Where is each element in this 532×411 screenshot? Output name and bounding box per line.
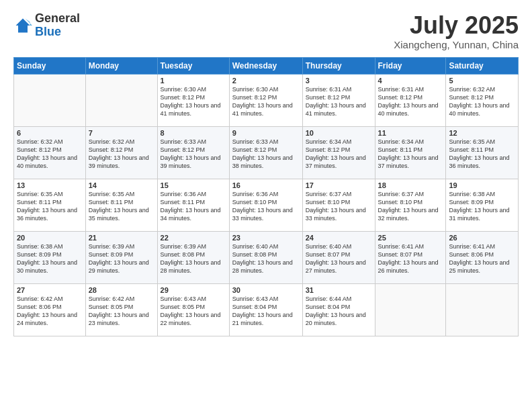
day-info: Sunrise: 6:40 AMSunset: 8:08 PMDaylight:… [232,242,300,275]
location: Xiangcheng, Yunnan, China [394,39,519,50]
calendar-cell: 29Sunrise: 6:43 AMSunset: 8:05 PMDayligh… [157,283,229,336]
day-number: 28 [89,286,154,294]
day-info: Sunrise: 6:30 AMSunset: 8:12 PMDaylight:… [232,85,300,118]
day-info: Sunrise: 6:38 AMSunset: 8:09 PMDaylight:… [17,242,83,275]
calendar-cell: 9Sunrise: 6:33 AMSunset: 8:12 PMDaylight… [229,126,302,179]
calendar-cell: 7Sunrise: 6:32 AMSunset: 8:12 PMDaylight… [85,126,157,179]
day-number: 12 [449,129,515,137]
logo-icon [13,16,32,35]
month-title: July 2025 [394,12,519,39]
day-info: Sunrise: 6:36 AMSunset: 8:10 PMDaylight:… [232,190,300,223]
day-header-sunday: Sunday [14,57,86,74]
day-header-thursday: Thursday [302,57,375,74]
calendar-cell: 6Sunrise: 6:32 AMSunset: 8:12 PMDaylight… [14,126,86,179]
calendar-cell: 22Sunrise: 6:39 AMSunset: 8:08 PMDayligh… [157,231,229,283]
day-number: 30 [232,286,300,294]
day-info: Sunrise: 6:31 AMSunset: 8:12 PMDaylight:… [306,85,372,118]
day-info: Sunrise: 6:41 AMSunset: 8:07 PMDaylight:… [378,242,443,275]
calendar-cell: 15Sunrise: 6:36 AMSunset: 8:11 PMDayligh… [157,179,229,231]
calendar-week-4: 20Sunrise: 6:38 AMSunset: 8:09 PMDayligh… [14,231,519,283]
day-info: Sunrise: 6:30 AMSunset: 8:12 PMDaylight:… [161,85,226,118]
day-number: 20 [17,234,83,242]
day-info: Sunrise: 6:33 AMSunset: 8:12 PMDaylight:… [232,138,300,171]
calendar-cell: 5Sunrise: 6:32 AMSunset: 8:12 PMDaylight… [446,74,519,126]
day-info: Sunrise: 6:43 AMSunset: 8:05 PMDaylight:… [161,295,226,328]
day-header-monday: Monday [85,57,157,74]
calendar-table: SundayMondayTuesdayWednesdayThursdayFrid… [13,57,519,336]
day-info: Sunrise: 6:41 AMSunset: 8:06 PMDaylight:… [449,242,515,275]
day-info: Sunrise: 6:42 AMSunset: 8:05 PMDaylight:… [89,295,154,328]
day-header-friday: Friday [375,57,446,74]
logo-blue-text: Blue [35,25,61,38]
calendar-cell: 25Sunrise: 6:41 AMSunset: 8:07 PMDayligh… [375,231,446,283]
day-number: 23 [232,234,300,242]
day-info: Sunrise: 6:35 AMSunset: 8:11 PMDaylight:… [449,138,515,171]
calendar-cell [85,74,157,126]
day-info: Sunrise: 6:32 AMSunset: 8:12 PMDaylight:… [449,85,515,118]
day-info: Sunrise: 6:39 AMSunset: 8:08 PMDaylight:… [161,242,226,275]
day-info: Sunrise: 6:32 AMSunset: 8:12 PMDaylight:… [89,138,154,171]
day-info: Sunrise: 6:42 AMSunset: 8:06 PMDaylight:… [17,295,83,328]
calendar-cell: 20Sunrise: 6:38 AMSunset: 8:09 PMDayligh… [14,231,86,283]
day-info: Sunrise: 6:37 AMSunset: 8:10 PMDaylight:… [378,190,443,223]
calendar-cell: 26Sunrise: 6:41 AMSunset: 8:06 PMDayligh… [446,231,519,283]
title-block: July 2025 Xiangcheng, Yunnan, China [394,12,519,50]
day-number: 19 [449,181,515,189]
day-number: 16 [232,181,300,189]
day-number: 9 [232,129,300,137]
day-info: Sunrise: 6:37 AMSunset: 8:10 PMDaylight:… [306,190,372,223]
day-info: Sunrise: 6:39 AMSunset: 8:09 PMDaylight:… [89,242,154,275]
day-info: Sunrise: 6:40 AMSunset: 8:07 PMDaylight:… [306,242,372,275]
day-number: 31 [306,286,372,294]
day-number: 26 [449,234,515,242]
day-number: 2 [232,77,300,85]
calendar-cell: 23Sunrise: 6:40 AMSunset: 8:08 PMDayligh… [229,231,302,283]
day-number: 11 [378,129,443,137]
day-info: Sunrise: 6:36 AMSunset: 8:11 PMDaylight:… [161,190,226,223]
day-number: 7 [89,129,154,137]
calendar-cell: 12Sunrise: 6:35 AMSunset: 8:11 PMDayligh… [446,126,519,179]
day-number: 15 [161,181,226,189]
day-number: 1 [161,77,226,85]
day-number: 29 [161,286,226,294]
calendar-cell: 30Sunrise: 6:43 AMSunset: 8:04 PMDayligh… [229,283,302,336]
calendar-cell: 10Sunrise: 6:34 AMSunset: 8:12 PMDayligh… [302,126,375,179]
calendar-week-1: 1Sunrise: 6:30 AMSunset: 8:12 PMDaylight… [14,74,519,126]
day-info: Sunrise: 6:32 AMSunset: 8:12 PMDaylight:… [17,138,83,171]
day-number: 3 [306,77,372,85]
day-header-tuesday: Tuesday [157,57,229,74]
calendar-header-row: SundayMondayTuesdayWednesdayThursdayFrid… [14,57,519,74]
calendar-cell: 4Sunrise: 6:31 AMSunset: 8:12 PMDaylight… [375,74,446,126]
calendar-cell: 1Sunrise: 6:30 AMSunset: 8:12 PMDaylight… [157,74,229,126]
day-info: Sunrise: 6:35 AMSunset: 8:11 PMDaylight:… [89,190,154,223]
calendar-cell: 27Sunrise: 6:42 AMSunset: 8:06 PMDayligh… [14,283,86,336]
calendar-cell: 16Sunrise: 6:36 AMSunset: 8:10 PMDayligh… [229,179,302,231]
calendar-cell: 11Sunrise: 6:34 AMSunset: 8:11 PMDayligh… [375,126,446,179]
calendar-cell: 13Sunrise: 6:35 AMSunset: 8:11 PMDayligh… [14,179,86,231]
calendar-cell [375,283,446,336]
day-info: Sunrise: 6:35 AMSunset: 8:11 PMDaylight:… [17,190,83,223]
calendar-week-3: 13Sunrise: 6:35 AMSunset: 8:11 PMDayligh… [14,179,519,231]
calendar-week-2: 6Sunrise: 6:32 AMSunset: 8:12 PMDaylight… [14,126,519,179]
day-header-saturday: Saturday [446,57,519,74]
day-number: 18 [378,181,443,189]
day-number: 6 [17,129,83,137]
calendar-cell: 2Sunrise: 6:30 AMSunset: 8:12 PMDaylight… [229,74,302,126]
header: General Blue July 2025 Xiangcheng, Yunna… [13,12,519,50]
calendar-cell: 18Sunrise: 6:37 AMSunset: 8:10 PMDayligh… [375,179,446,231]
calendar-cell: 31Sunrise: 6:44 AMSunset: 8:04 PMDayligh… [302,283,375,336]
day-number: 21 [89,234,154,242]
day-number: 10 [306,129,372,137]
day-info: Sunrise: 6:34 AMSunset: 8:11 PMDaylight:… [378,138,443,171]
day-number: 4 [378,77,443,85]
calendar-cell: 3Sunrise: 6:31 AMSunset: 8:12 PMDaylight… [302,74,375,126]
day-info: Sunrise: 6:43 AMSunset: 8:04 PMDaylight:… [232,295,300,328]
day-number: 22 [161,234,226,242]
day-info: Sunrise: 6:38 AMSunset: 8:09 PMDaylight:… [449,190,515,223]
day-info: Sunrise: 6:34 AMSunset: 8:12 PMDaylight:… [306,138,372,171]
day-info: Sunrise: 6:44 AMSunset: 8:04 PMDaylight:… [306,295,372,328]
calendar-cell: 17Sunrise: 6:37 AMSunset: 8:10 PMDayligh… [302,179,375,231]
calendar-cell: 8Sunrise: 6:33 AMSunset: 8:12 PMDaylight… [157,126,229,179]
day-number: 24 [306,234,372,242]
calendar-cell: 19Sunrise: 6:38 AMSunset: 8:09 PMDayligh… [446,179,519,231]
